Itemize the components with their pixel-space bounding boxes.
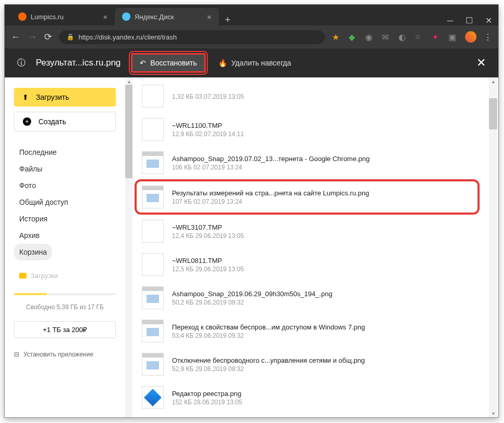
file-list: 1,32 КБ 03.07.2019 13:05~WRL1100.TMP12,9… (132, 77, 490, 417)
lock-icon: 🔒 (67, 33, 74, 41)
file-info: Отключение беспроводного с...управления … (172, 356, 365, 373)
nav-files[interactable]: Файлы (14, 161, 116, 177)
sidebar-scrollbar[interactable]: ▴ (125, 77, 132, 417)
upload-label: Загрузить (36, 93, 69, 101)
forward-button[interactable]: → (28, 32, 37, 43)
close-icon[interactable]: × (103, 12, 108, 21)
delete-forever-button[interactable]: 🔥 Удалить навсегда (216, 55, 293, 71)
file-meta: 107 КБ 02.07.2019 13:24 (172, 198, 369, 205)
folder-label: Загрузки (31, 272, 58, 280)
selected-file-title: Результат...ics.ru.png (36, 58, 121, 68)
create-label: Создать (38, 117, 66, 126)
nav-history[interactable]: История (14, 210, 116, 227)
file-row[interactable]: Ashampoo_Snap_2019.07.02_13...тернета - … (135, 146, 480, 179)
file-info: Ashampoo_Snap_2019.06.29_09h30m50s_194_.… (172, 290, 333, 306)
back-button[interactable]: ← (11, 32, 20, 43)
nav-recent[interactable]: Последние (14, 144, 116, 161)
upload-icon: ⬆ (22, 93, 29, 101)
file-row[interactable]: Ashampoo_Snap_2019.06.29_09h30m50s_194_.… (135, 281, 480, 314)
install-app-link[interactable]: ⊟ Установить приложение (14, 351, 116, 358)
restore-button[interactable]: ↶ Восстановить (131, 53, 206, 73)
ext-icon[interactable]: ○ (415, 32, 425, 42)
file-row[interactable]: Отключение беспроводного с...управления … (135, 348, 480, 381)
file-meta: 1,32 КБ 03.07.2019 13:05 (172, 93, 244, 100)
file-thumbnail (142, 253, 164, 276)
mail-icon[interactable]: ✉ (382, 32, 391, 42)
folder-downloads[interactable]: Загрузки (14, 269, 116, 283)
tab-label: Яндекс.Диск (135, 13, 174, 21)
file-thumbnail (142, 186, 164, 208)
star-icon[interactable]: ★ (332, 32, 341, 42)
file-row[interactable]: ~WRL1100.TMP12,9 КБ 02.07.2019 14:11 (135, 113, 480, 146)
restore-label: Восстановить (150, 59, 197, 67)
file-meta: 12,5 КБ 29.06.2019 13:05 (172, 266, 244, 273)
close-icon[interactable]: × (207, 12, 211, 21)
file-thumbnail (142, 151, 164, 174)
nav-archive[interactable]: Архив (14, 227, 116, 244)
extensions: ★ ◆ ◉ ✉ ◐ ○ ✦ ▣ ⋮ (332, 31, 492, 43)
file-info: Ashampoo_Snap_2019.07.02_13...тернета - … (172, 155, 369, 171)
file-thumbnail (142, 118, 164, 141)
file-info: Редактор реестра.png152 КБ 28.06.2019 13… (172, 390, 242, 406)
restore-icon: ↶ (140, 59, 146, 67)
file-info: ~WRL0811.TMP12,5 КБ 29.06.2019 13:05 (172, 257, 244, 273)
file-info: ~WRL1100.TMP12,9 КБ 02.07.2019 14:11 (172, 122, 244, 138)
file-meta: 12,4 КБ 29.06.2019 13:05 (172, 232, 244, 240)
scrollbar-thumb[interactable] (489, 98, 497, 129)
nav-list: Последние Файлы Фото Общий доступ Истори… (14, 144, 116, 260)
tab-favicon (122, 12, 130, 21)
file-name: ~WRL3107.TMP (172, 223, 244, 231)
shield-icon[interactable]: ◆ (349, 32, 358, 42)
info-icon[interactable]: ⓘ (17, 58, 25, 69)
file-meta: 53,4 КБ 29.06.2019 09:32 (172, 332, 365, 339)
file-info: Результаты измерений на стра...рнета на … (172, 189, 369, 205)
file-row[interactable]: Редактор реестра.png152 КБ 28.06.2019 13… (135, 381, 480, 414)
reload-button[interactable]: ⟳ (44, 31, 52, 43)
file-name: Ashampoo_Snap_2019.07.02_13...тернета - … (172, 155, 369, 163)
tab-favicon (18, 12, 26, 21)
file-name: ~WRL0811.TMP (172, 257, 244, 265)
action-bar: ⓘ Результат...ics.ru.png ↶ Восстановить … (5, 48, 498, 77)
file-thumbnail (142, 286, 164, 309)
ext-icon[interactable]: ◐ (399, 32, 408, 42)
nav-trash[interactable]: Корзина (14, 244, 52, 260)
upload-button[interactable]: ⬆ Загрузить (14, 88, 116, 107)
file-info: ~WRL3107.TMP12,4 КБ 29.06.2019 13:05 (172, 223, 244, 240)
close-window-button[interactable]: ✕ (485, 16, 492, 25)
storage-text: Свободно 5,39 ГБ из 17 ГБ (14, 303, 116, 311)
scrollbar-thumb[interactable] (125, 85, 132, 178)
upgrade-button[interactable]: +1 ТБ за 200₽ (14, 321, 116, 338)
tab-lumpics[interactable]: Lumpics.ru × (11, 8, 115, 25)
create-button[interactable]: + Создать (14, 112, 116, 131)
file-row[interactable]: ~WRL2631.TMP28.06.2019 13:05 (135, 414, 480, 417)
file-thumbnail (142, 386, 164, 409)
minimize-button[interactable]: ─ (447, 16, 453, 25)
fire-icon: 🔥 (218, 59, 227, 67)
file-row[interactable]: Переход к свойствам беспров...им доступо… (135, 314, 480, 348)
nav-photos[interactable]: Фото (14, 177, 116, 194)
ext-icon[interactable]: ▣ (448, 32, 458, 42)
file-name: Ashampoo_Snap_2019.06.29_09h30m50s_194_.… (172, 290, 333, 298)
avatar[interactable] (465, 31, 476, 43)
file-row[interactable]: ~WRL3107.TMP12,4 КБ 29.06.2019 13:05 (135, 215, 480, 248)
maximize-button[interactable]: ☐ (466, 16, 473, 25)
nav-shared[interactable]: Общий доступ (14, 194, 116, 210)
file-name: Результаты измерений на стра...рнета на … (172, 189, 369, 197)
file-thumbnail (142, 220, 164, 243)
file-row[interactable]: 1,32 КБ 03.07.2019 13:05 (135, 80, 480, 113)
globe-icon[interactable]: ◉ (365, 32, 375, 42)
main-scrollbar[interactable]: ▴ ▾ (489, 77, 497, 417)
file-meta: 12,9 КБ 02.07.2019 14:11 (172, 130, 244, 138)
file-row[interactable]: ~WRL0811.TMP12,5 КБ 29.06.2019 13:05 (135, 248, 480, 281)
tab-yandex-disk[interactable]: Яндекс.Диск × (115, 8, 219, 25)
url-input[interactable]: 🔒 https://disk.yandex.ru/client/trash (59, 30, 325, 44)
address-bar: ← → ⟳ 🔒 https://disk.yandex.ru/client/tr… (5, 25, 498, 48)
file-row[interactable]: Результаты измерений на стра...рнета на … (135, 179, 480, 215)
ext-icon[interactable]: ✦ (432, 32, 441, 42)
file-info: 1,32 КБ 03.07.2019 13:05 (172, 92, 244, 100)
close-panel-button[interactable]: ✕ (476, 56, 486, 70)
menu-button[interactable]: ⋮ (484, 32, 492, 42)
install-label: Установить приложение (23, 351, 94, 358)
new-tab-button[interactable]: + (219, 15, 237, 25)
delete-label: Удалить навсегда (231, 59, 291, 67)
